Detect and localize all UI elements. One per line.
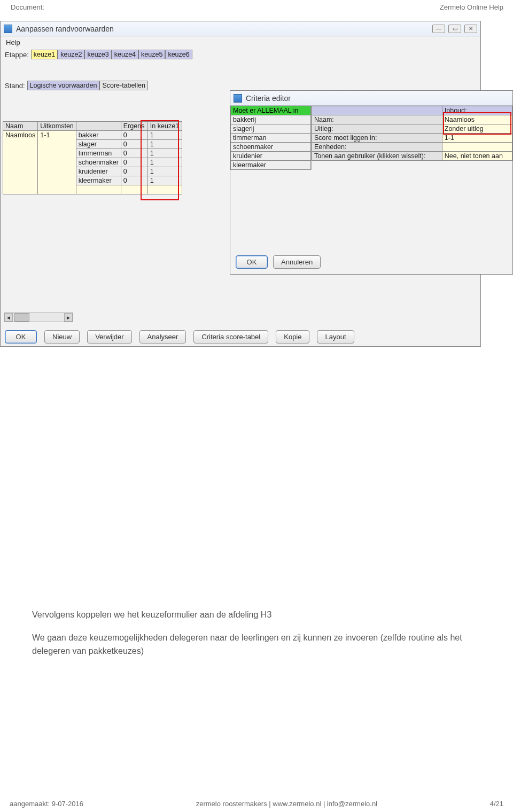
th-naam: Naam <box>3 122 38 131</box>
etappe-label: Etappe: <box>5 51 29 59</box>
criteria-button[interactable]: Criteria score-tabel <box>193 330 268 343</box>
ce-right-table: Inhoud: Naam:Naamloos Uitleg:Zonder uitl… <box>312 106 512 161</box>
ce-left-table: Moet er ALLEMAAL in bakkerij slagerij ti… <box>230 106 311 170</box>
ok-button[interactable]: OK <box>5 330 37 343</box>
scroll-left-icon[interactable]: ◄ <box>4 313 13 322</box>
stand-tab-logische[interactable]: Logische voorwaarden <box>27 81 100 90</box>
menu-help[interactable]: Help <box>1 36 480 49</box>
list-item: kruidenier <box>231 152 311 161</box>
screenshot-figure: Aanpassen randvoorwaarden — ▭ ✕ Help Eta… <box>0 21 513 395</box>
list-item: bakkerij <box>231 115 311 124</box>
criteria-editor-window: Criteria editor Moet er ALLEMAAL in bakk… <box>230 90 513 275</box>
th-blank <box>76 122 121 131</box>
stand-label: Stand: <box>5 82 25 90</box>
nieuw-button[interactable]: Nieuw <box>44 330 80 343</box>
ce-title: Criteria editor <box>246 94 291 103</box>
etappe-tab-keuze5[interactable]: keuze5 <box>138 50 165 59</box>
app-icon <box>234 94 242 103</box>
ce-left-header: Moet er ALLEMAAL in <box>231 106 311 115</box>
h-scrollbar[interactable]: ◄ ► <box>4 313 73 322</box>
table-row: Tonen aan gebruiker (klikken wisselt):Ne… <box>312 152 512 161</box>
cell-item: bakker <box>76 131 121 140</box>
th-ergens: Ergens <box>121 122 147 131</box>
ce-inhoud-header: Inhoud: <box>442 106 512 115</box>
cell-naam: Naamloos <box>3 131 38 194</box>
ce-ok-button[interactable]: OK <box>236 255 268 269</box>
cell-ergens: 0 <box>121 131 147 140</box>
ce-titlebar: Criteria editor <box>230 91 512 106</box>
footer-date: aangemaakt: 9-07-2016 <box>10 800 83 808</box>
etappe-tab-keuze3[interactable]: keuze3 <box>84 50 111 59</box>
cell-ink: 1 <box>147 131 182 140</box>
th-inkeuze1: In keuze1 <box>147 122 182 131</box>
app-icon <box>4 25 12 33</box>
scroll-right-icon[interactable]: ► <box>64 313 73 322</box>
analyseer-button[interactable]: Analyseer <box>139 330 186 343</box>
scroll-thumb[interactable] <box>14 313 29 322</box>
etappe-tab-keuze1[interactable]: keuze1 <box>31 50 58 59</box>
table-row: Eenheden: <box>312 143 512 152</box>
ce-cancel-button[interactable]: Annuleren <box>273 255 321 269</box>
close-icon[interactable]: ✕ <box>464 25 477 33</box>
doc-label: Document: <box>11 3 44 11</box>
stand-tab-score[interactable]: Score-tabellen <box>99 81 148 90</box>
cell-range: 1-1 <box>38 131 76 194</box>
body-p2: We gaan deze keuzemogelijkheden delegere… <box>32 631 481 658</box>
footer-page: 4/21 <box>490 800 503 808</box>
left-table: Naam Uitkomsten Ergens In keuze1 Naamloo… <box>3 121 182 194</box>
list-item: schoenmaker <box>231 143 311 152</box>
etappe-tab-keuze6[interactable]: keuze6 <box>165 50 192 59</box>
etappe-tab-keuze4[interactable]: keuze4 <box>112 50 138 59</box>
doc-title: Zermelo Online Help <box>440 3 503 11</box>
table-row: Naam:Naamloos <box>312 115 512 124</box>
table-row: Uitleg:Zonder uitleg <box>312 124 512 134</box>
list-item: kleermaker <box>231 161 311 170</box>
table-row[interactable]: Naamloos 1-1 bakker 0 1 <box>3 131 182 140</box>
verwijder-button[interactable]: Verwijder <box>87 330 131 343</box>
body-p1: Vervolgens koppelen we het keuzeformulie… <box>32 608 481 622</box>
footer-center: zermelo roostermakers | www.zermelo.nl |… <box>196 800 377 808</box>
maximize-icon[interactable]: ▭ <box>448 25 461 33</box>
main-window-title: Aanpassen randvoorwaarden <box>16 25 114 33</box>
layout-button[interactable]: Layout <box>317 330 354 343</box>
th-uitkomsten: Uitkomsten <box>38 122 76 131</box>
kopie-button[interactable]: Kopie <box>276 330 309 343</box>
list-item: slagerij <box>231 124 311 134</box>
table-row: Score moet liggen in:1-1 <box>312 134 512 143</box>
ce-blank-header <box>312 106 442 115</box>
list-item: timmerman <box>231 134 311 143</box>
main-titlebar: Aanpassen randvoorwaarden — ▭ ✕ <box>1 21 480 36</box>
etappe-tab-keuze2[interactable]: keuze2 <box>58 50 84 59</box>
minimize-icon[interactable]: — <box>432 25 445 33</box>
